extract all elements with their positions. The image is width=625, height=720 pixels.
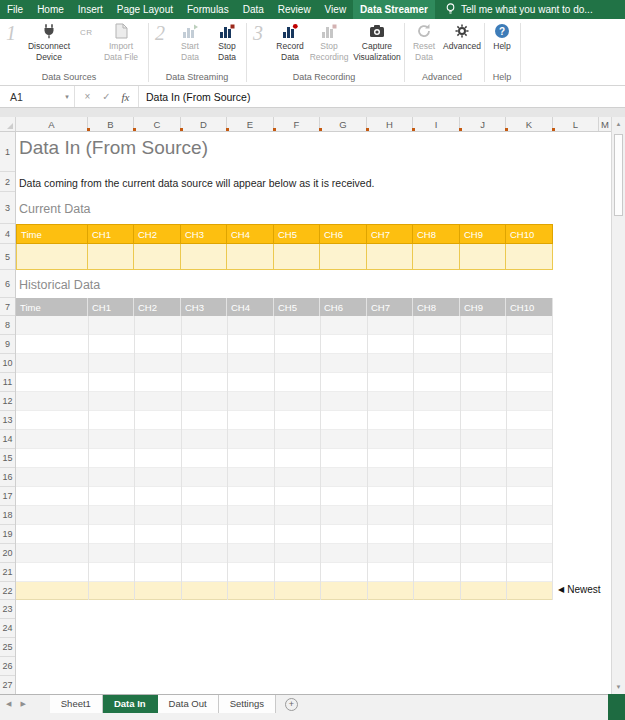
table-cell[interactable]	[413, 244, 460, 270]
table-header-cell[interactable]: CH9	[460, 224, 506, 244]
row-header[interactable]: 20	[0, 544, 15, 563]
row-header[interactable]: 6	[0, 270, 15, 298]
enter-icon[interactable]: ✓	[97, 91, 116, 102]
column-header-h[interactable]: H	[367, 117, 413, 131]
tab-insert[interactable]: Insert	[71, 0, 110, 19]
tab-file[interactable]: File	[0, 0, 30, 19]
stop-data-button[interactable]: Stop Data	[209, 22, 245, 62]
column-header-i[interactable]: I	[413, 117, 460, 131]
row-header[interactable]: 4	[0, 224, 15, 244]
capture-visualization-button[interactable]: Capture Visualization	[348, 22, 406, 62]
table-header-cell[interactable]: CH3	[181, 298, 227, 316]
worksheet-area[interactable]: Data In (From Source) Data coming from t…	[16, 132, 611, 694]
column-header-g[interactable]: G	[320, 117, 367, 131]
table-header-cell[interactable]: CH5	[274, 224, 320, 244]
sheet-tab-data-out[interactable]: Data Out	[158, 695, 219, 713]
tab-view[interactable]: View	[318, 0, 354, 19]
row-header[interactable]: 17	[0, 487, 15, 506]
import-data-file-button[interactable]: Import Data File	[96, 22, 146, 62]
tab-data-streamer[interactable]: Data Streamer	[353, 0, 435, 19]
column-header-b[interactable]: B	[88, 117, 134, 131]
scroll-down-icon[interactable]: ▼	[612, 684, 625, 690]
table-row[interactable]	[16, 316, 553, 335]
table-row[interactable]	[16, 392, 553, 411]
start-data-button[interactable]: Start Data	[170, 22, 210, 62]
table-row[interactable]	[16, 525, 553, 544]
column-header-j[interactable]: J	[460, 117, 506, 131]
table-header-cell[interactable]: CH8	[413, 298, 460, 316]
table-cell[interactable]	[181, 244, 227, 270]
scroll-up-icon[interactable]: ▲	[612, 121, 625, 127]
row-header[interactable]: 9	[0, 335, 15, 354]
tab-page-layout[interactable]: Page Layout	[110, 0, 180, 19]
table-row[interactable]	[16, 487, 553, 506]
row-header[interactable]: 14	[0, 430, 15, 449]
table-row[interactable]	[16, 354, 553, 373]
table-header-cell[interactable]: CH7	[367, 224, 413, 244]
row-header[interactable]: 21	[0, 563, 15, 582]
row-header[interactable]: 11	[0, 373, 15, 392]
table-cell[interactable]	[320, 244, 367, 270]
row-header[interactable]: 3	[0, 192, 15, 224]
insert-function-icon[interactable]: fx	[116, 91, 135, 103]
table-header-cell[interactable]: CH1	[88, 224, 134, 244]
table-cell[interactable]	[88, 244, 134, 270]
table-header-cell[interactable]: CH6	[320, 224, 367, 244]
table-header-cell[interactable]: CH2	[134, 224, 181, 244]
row-header[interactable]: 24	[0, 619, 15, 638]
tell-me-box[interactable]: Tell me what you want to do...	[437, 0, 601, 19]
column-header-a[interactable]: A	[16, 117, 88, 131]
column-header-k[interactable]: K	[506, 117, 553, 131]
column-header-d[interactable]: D	[181, 117, 227, 131]
table-header-cell[interactable]: CH7	[367, 298, 413, 316]
sheet-nav-left-icon[interactable]: ◀	[6, 700, 11, 708]
row-header[interactable]: 2	[0, 172, 15, 192]
row-header[interactable]: 23	[0, 600, 15, 619]
newest-data-row[interactable]	[16, 582, 553, 600]
row-header[interactable]: 19	[0, 525, 15, 544]
table-header-cell[interactable]: CH4	[227, 298, 274, 316]
tab-home[interactable]: Home	[30, 0, 71, 19]
table-row[interactable]	[16, 544, 553, 563]
select-all-corner[interactable]	[0, 117, 16, 131]
sheet-tab-data-in[interactable]: Data In	[103, 695, 158, 713]
reset-data-button[interactable]: Reset Data	[406, 22, 442, 62]
column-header-f[interactable]: F	[274, 117, 320, 131]
row-header[interactable]: 26	[0, 657, 15, 676]
row-header[interactable]: 27	[0, 676, 15, 694]
table-header-cell[interactable]: CH3	[181, 224, 227, 244]
row-header[interactable]: 10	[0, 354, 15, 373]
cancel-icon[interactable]: ×	[78, 91, 97, 102]
table-cell[interactable]	[506, 244, 553, 270]
row-header[interactable]: 1	[0, 132, 15, 172]
row-header[interactable]: 15	[0, 449, 15, 468]
stop-recording-button[interactable]: Stop Recording	[308, 22, 350, 62]
table-row[interactable]	[16, 335, 553, 354]
table-cell[interactable]	[460, 244, 506, 270]
table-header-cell[interactable]: CH2	[134, 298, 181, 316]
scrollbar-thumb[interactable]	[614, 134, 623, 216]
sheet-tab-settings[interactable]: Settings	[219, 695, 276, 713]
table-header-cell[interactable]: Time	[16, 298, 88, 316]
row-header[interactable]: 7	[0, 298, 15, 316]
sheet-tab-sheet1[interactable]: Sheet1	[50, 695, 103, 713]
column-header-e[interactable]: E	[227, 117, 274, 131]
column-header-l[interactable]: L	[553, 117, 599, 131]
table-cell[interactable]	[367, 244, 413, 270]
sheet-nav-right-icon[interactable]: ▶	[20, 700, 25, 708]
column-header-c[interactable]: C	[134, 117, 181, 131]
table-header-cell[interactable]: CH5	[274, 298, 320, 316]
tab-review[interactable]: Review	[271, 0, 318, 19]
table-cell[interactable]	[134, 244, 181, 270]
table-row[interactable]	[16, 506, 553, 525]
row-header[interactable]: 5	[0, 244, 15, 270]
row-header[interactable]: 18	[0, 506, 15, 525]
table-header-cell[interactable]: CH6	[320, 298, 367, 316]
table-row[interactable]	[16, 468, 553, 487]
table-header-cell[interactable]: CH8	[413, 224, 460, 244]
table-row[interactable]	[16, 449, 553, 468]
table-header-cell[interactable]: Time	[16, 224, 88, 244]
row-header[interactable]: 8	[0, 316, 15, 335]
table-header-cell[interactable]: CH1	[88, 298, 134, 316]
name-box[interactable]: A1	[0, 86, 60, 107]
